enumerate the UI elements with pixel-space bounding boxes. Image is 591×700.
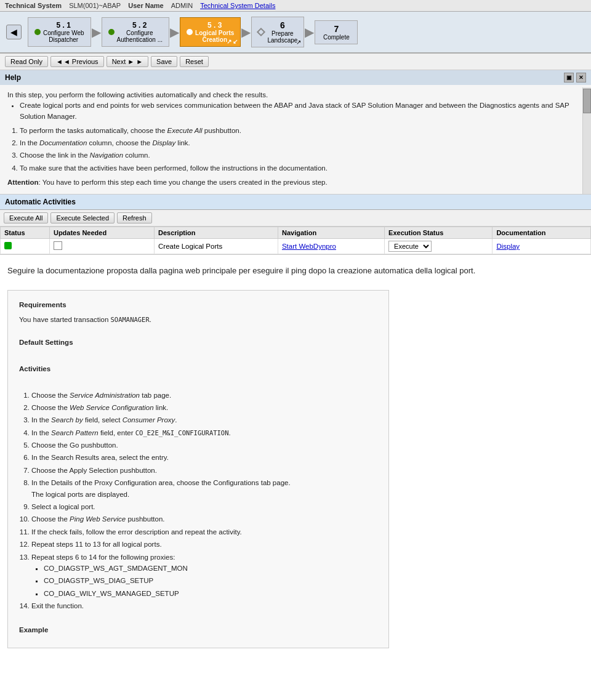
step-arrows-5-3: ↗ ↙ — [227, 38, 238, 45]
documentation-cell: Display — [492, 239, 591, 254]
doc-step-13: Repeat steps 6 to 14 for the following p… — [31, 552, 377, 600]
help-step-1: To perform the tasks automatically, choo… — [20, 126, 584, 136]
step-dot-5-2 — [108, 29, 115, 35]
execute-selected-button[interactable]: Execute Selected — [50, 212, 115, 223]
user-name-label: User Name — [128, 2, 163, 9]
updates-checkbox[interactable] — [54, 241, 62, 250]
help-step-2: In the Documentation column, choose the … — [20, 138, 584, 148]
doc-step-11: If the check fails, follow the error des… — [31, 526, 377, 537]
soamanager-text: SOAMANAGER — [111, 316, 150, 323]
technical-system-details-link[interactable]: Technical System Details — [200, 2, 275, 9]
help-section: Help ▣ ✕ In this step, you perform the f… — [0, 70, 591, 195]
doc-step-10: Choose the Ping Web Service pushbutton. — [31, 513, 377, 525]
italian-paragraph: Seguire la documentazione proposta dalla… — [7, 265, 584, 278]
step-label-5-1: Configure WebDispatcher — [43, 30, 84, 43]
step-dot-5-1 — [34, 29, 41, 35]
top-bar: Technical System SLM(001)~ABAP User Name… — [0, 0, 591, 12]
read-only-button[interactable]: Read Only — [5, 56, 48, 67]
table-row: Create Logical Ports Start WebDynpro Exe… — [1, 239, 591, 254]
help-intro: In this step, you perform the following … — [7, 90, 584, 100]
step-6: 6 PrepareLandscape ↗ ▶ — [251, 17, 315, 47]
activities-section: Automatic Activities Execute All Execute… — [0, 195, 591, 255]
step-5-1: 5 . 1 Configure WebDispatcher ▶ — [28, 17, 102, 47]
step-shape-6: 6 PrepareLandscape ↗ — [251, 17, 304, 47]
step-num-6: 6 — [267, 20, 297, 30]
doc-step-8: In the Details of the Proxy Configuratio… — [31, 477, 377, 500]
default-settings-title: Default Settings — [19, 337, 377, 348]
activities-header: Automatic Activities — [0, 195, 591, 210]
help-content: In this step, you perform the following … — [0, 85, 591, 194]
proxy-1: CO_DIAGSTP_WS_AGT_SMDAGENT_MON — [44, 563, 377, 574]
help-scrollbar[interactable] — [582, 87, 591, 194]
back-button[interactable]: ◀ — [6, 25, 22, 39]
help-icon-2[interactable]: ✕ — [576, 73, 586, 82]
connector-1: ▶ — [92, 25, 101, 39]
step-dot-5-3 — [187, 29, 193, 35]
req-text: You have started transaction SOAMANAGER. — [19, 314, 377, 325]
step-num-5-3: 5 . 3 — [195, 21, 234, 30]
proxy-3: CO_DIAG_WILY_WS_MANAGED_SETUP — [44, 588, 377, 599]
attention-label: Attention — [7, 179, 38, 186]
service-admin-italic: Service Administration — [70, 392, 140, 399]
doc-step-5: Choose the Go pushbutton. — [31, 440, 377, 451]
help-bullets: Create logical ports and end points for … — [20, 100, 584, 122]
previous-button[interactable]: ◄ ◄ Previous — [50, 56, 104, 67]
doc-step-9: Select a logical port. — [31, 501, 377, 512]
step-num-7: 7 — [323, 24, 350, 34]
doc-step-12: Repeat steps 11 to 13 for all logical po… — [31, 539, 377, 550]
step-5-2: 5 . 2 ConfigureAuthentication ... ▶ — [102, 17, 180, 47]
step-shape-5-3: 5 . 3 Logical PortsCreation ↗ ↙ — [180, 17, 241, 47]
user-name-value: ADMIN — [171, 2, 193, 9]
col-documentation: Documentation — [492, 227, 591, 239]
doc-step-14: Exit the function. — [31, 600, 377, 611]
updates-needed-cell — [49, 239, 154, 254]
help-header-icons: ▣ ✕ — [564, 73, 586, 82]
help-steps-list: To perform the tasks automatically, choo… — [20, 126, 584, 174]
refresh-button[interactable]: Refresh — [117, 212, 152, 223]
navigation-italic: Navigation — [90, 151, 123, 159]
activities-table: Status Updates Needed Description Naviga… — [0, 227, 591, 254]
step-num-5-2: 5 . 2 — [117, 21, 163, 30]
doc-step-3: In the Search by field, select Consumer … — [31, 414, 377, 425]
step-7: 7 Complete — [315, 20, 358, 44]
navigation-link[interactable]: Start WebDynpro — [282, 243, 336, 250]
help-title: Help — [5, 73, 21, 82]
help-step-3: Choose the link in the Navigation column… — [20, 150, 584, 161]
search-pattern-italic: Search Pattern — [51, 429, 98, 436]
help-icon-1[interactable]: ▣ — [564, 73, 574, 82]
help-step-4: To make sure that the activities have be… — [20, 163, 584, 174]
next-button[interactable]: Next ► ► — [107, 56, 148, 67]
documentation-link[interactable]: Display — [496, 243, 520, 250]
doc-step-4: In the Search Pattern field, enter CO_E2… — [31, 427, 377, 438]
step-shape-5-2: 5 . 2 ConfigureAuthentication ... — [102, 17, 170, 47]
scrollbar-thumb[interactable] — [583, 89, 591, 113]
web-service-italic: Web Service Configuration — [70, 404, 154, 411]
step-diamond-6 — [257, 28, 265, 36]
next-icon: ► — [136, 58, 143, 65]
italian-section: Seguire la documentazione proposta dalla… — [0, 255, 591, 284]
execute-all-button[interactable]: Execute All — [4, 212, 48, 223]
proxy-2: CO_DIAGSTP_WS_DIAG_SETUP — [44, 575, 377, 586]
col-navigation: Navigation — [278, 227, 384, 239]
co-e2e-mono: CO_E2E_M&I_CONFIGURATION — [135, 429, 229, 436]
steps-container: 5 . 1 Configure WebDispatcher ▶ 5 . 2 Co… — [28, 17, 585, 47]
technical-system-label: Technical System — [5, 2, 62, 9]
execution-status-cell: Execute — [385, 239, 492, 254]
step-label-6: PrepareLandscape — [267, 30, 297, 44]
status-green-icon — [4, 242, 12, 249]
col-description: Description — [155, 227, 278, 239]
col-execution-status: Execution Status — [385, 227, 492, 239]
technical-system-value: SLM(001)~ABAP — [69, 2, 121, 9]
display-italic: Display — [152, 139, 175, 147]
table-header-row: Status Updates Needed Description Naviga… — [1, 227, 591, 239]
execution-status-select[interactable]: Execute — [388, 241, 432, 252]
doc-steps-list: Choose the Service Administration tab pa… — [31, 390, 377, 612]
step-label-5-2: ConfigureAuthentication ... — [117, 30, 163, 43]
step-arrows-6: ↗ — [296, 39, 301, 46]
col-status: Status — [1, 227, 50, 239]
step-label-7: Complete — [323, 34, 350, 41]
save-button[interactable]: Save — [151, 56, 177, 67]
navigation-cell: Start WebDynpro — [278, 239, 384, 254]
activities-doc-title: Activities — [19, 363, 377, 374]
reset-button[interactable]: Reset — [180, 56, 209, 67]
